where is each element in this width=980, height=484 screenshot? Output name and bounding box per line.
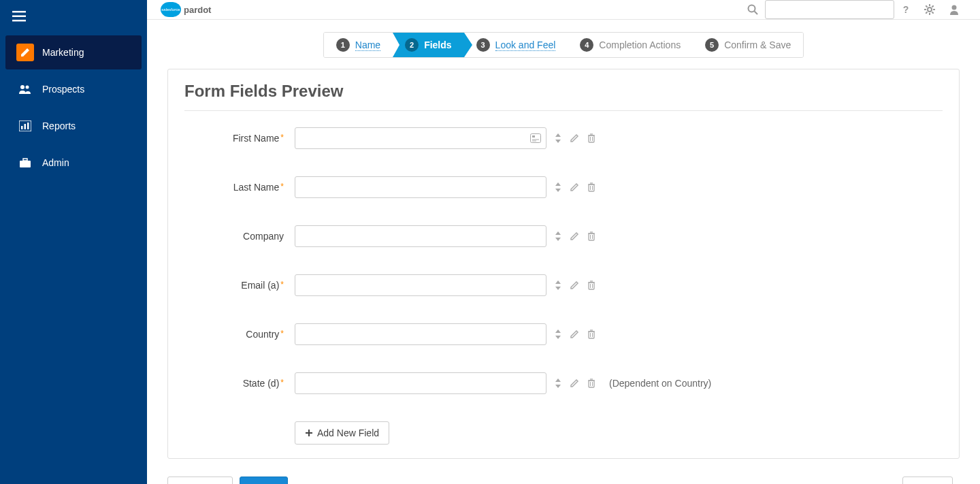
svg-line-20 (932, 12, 934, 14)
field-input[interactable] (295, 323, 546, 345)
svg-rect-30 (589, 135, 594, 142)
edit-icon[interactable] (570, 329, 579, 339)
trash-icon[interactable] (587, 133, 595, 143)
step-number: 4 (580, 38, 593, 52)
sort-icon[interactable] (555, 133, 561, 143)
next-button[interactable]: Next » (240, 477, 287, 484)
required-indicator: * (280, 133, 284, 142)
field-row: Country* (184, 323, 943, 345)
sidebar-item-marketing[interactable]: Marketing (5, 35, 142, 69)
svg-text:?: ? (903, 5, 909, 14)
form-fields-panel: Form Fields Preview First Name*Last Name… (167, 69, 960, 459)
step-label: Confirm & Save (724, 39, 791, 50)
help-icon[interactable]: ? (901, 5, 911, 14)
add-new-field-button[interactable]: Add New Field (295, 421, 389, 445)
step-number: 2 (405, 38, 419, 52)
sidebar: Marketing Prospects Reports Admin (0, 0, 147, 484)
wizard-step-completion-actions[interactable]: 4 Completion Actions (568, 33, 693, 57)
svg-rect-7 (24, 124, 27, 129)
wizard-step-confirm-save[interactable]: 5 Confirm & Save (693, 33, 803, 57)
add-button-label: Add New Field (317, 427, 379, 438)
field-input[interactable] (295, 127, 546, 149)
step-label: Fields (424, 39, 451, 50)
svg-line-12 (755, 12, 758, 15)
panel-title: Form Fields Preview (184, 82, 943, 101)
hamburger-menu-icon[interactable] (5, 3, 33, 30)
field-row: Company (184, 225, 943, 247)
edit-icon[interactable] (570, 378, 579, 388)
search-input[interactable] (765, 0, 894, 19)
logo-product: pardot (184, 5, 211, 15)
field-label: First Name* (184, 133, 287, 144)
sort-icon[interactable] (555, 280, 561, 290)
edit-icon[interactable] (570, 133, 579, 143)
sidebar-item-label: Admin (42, 157, 69, 168)
edit-icon[interactable] (570, 280, 579, 290)
sidebar-item-label: Reports (42, 120, 76, 131)
edit-icon[interactable] (570, 231, 579, 241)
svg-rect-0 (12, 11, 26, 13)
sort-icon[interactable] (555, 182, 561, 192)
required-indicator: * (280, 329, 284, 338)
svg-marker-42 (555, 231, 561, 235)
field-input[interactable] (295, 225, 546, 247)
fields-list: First Name*Last Name*CompanyEmail (a)*Co… (184, 127, 943, 394)
required-indicator: * (280, 280, 284, 289)
sidebar-item-reports[interactable]: Reports (5, 109, 142, 143)
divider (184, 110, 943, 111)
svg-point-4 (26, 86, 29, 89)
svg-rect-25 (532, 135, 535, 138)
trash-icon[interactable] (587, 329, 595, 339)
sort-icon[interactable] (555, 378, 561, 388)
cancel-button[interactable]: Cancel (902, 477, 953, 484)
svg-marker-50 (555, 287, 561, 290)
field-label: Company (184, 231, 287, 242)
trash-icon[interactable] (587, 182, 595, 192)
svg-rect-58 (589, 332, 594, 338)
required-indicator: * (280, 182, 284, 191)
svg-rect-65 (589, 381, 594, 387)
topbar: salesforce pardot ? (147, 0, 980, 20)
sort-icon[interactable] (555, 329, 561, 339)
sidebar-item-admin[interactable]: Admin (5, 146, 142, 180)
trash-icon[interactable] (587, 231, 595, 241)
svg-line-19 (926, 5, 927, 7)
wizard-footer: « Previous Next » Cancel (147, 470, 980, 484)
svg-marker-63 (555, 378, 561, 382)
svg-point-3 (20, 85, 24, 89)
autofill-icon[interactable] (530, 133, 541, 143)
sidebar-nav: Marketing Prospects Reports Admin (0, 33, 147, 182)
wizard-step-name[interactable]: 1 Name (324, 33, 393, 57)
required-indicator: * (280, 378, 284, 387)
search-icon[interactable] (747, 4, 758, 15)
field-input[interactable] (295, 176, 546, 198)
field-row: Last Name* (184, 176, 943, 198)
svg-rect-10 (23, 159, 27, 161)
svg-rect-51 (589, 283, 594, 289)
main-content: salesforce pardot ? 1 Name (147, 0, 980, 484)
sidebar-item-label: Prospects (42, 84, 84, 95)
logo[interactable]: salesforce pardot (161, 2, 211, 17)
svg-point-23 (952, 5, 957, 10)
sort-icon[interactable] (555, 231, 561, 241)
sidebar-item-prospects[interactable]: Prospects (5, 72, 142, 106)
users-icon (16, 80, 34, 98)
field-input[interactable] (295, 274, 546, 296)
svg-marker-36 (555, 189, 561, 192)
trash-icon[interactable] (587, 280, 595, 290)
trash-icon[interactable] (587, 378, 595, 388)
gear-icon[interactable] (924, 4, 935, 15)
svg-rect-6 (21, 126, 23, 129)
previous-button[interactable]: « Previous (167, 477, 233, 484)
field-input[interactable] (295, 372, 546, 394)
salesforce-cloud-icon: salesforce (161, 2, 181, 17)
wizard-step-look-and-feel[interactable]: 3 Look and Feel (464, 33, 568, 57)
wizard-step-fields[interactable]: 2 Fields (393, 33, 463, 57)
edit-icon[interactable] (570, 182, 579, 192)
field-actions: (Dependent on Country) (555, 378, 711, 389)
user-icon[interactable] (949, 4, 960, 15)
svg-rect-24 (531, 134, 541, 143)
svg-rect-9 (20, 161, 31, 167)
svg-rect-2 (12, 20, 26, 22)
briefcase-icon (16, 154, 34, 172)
